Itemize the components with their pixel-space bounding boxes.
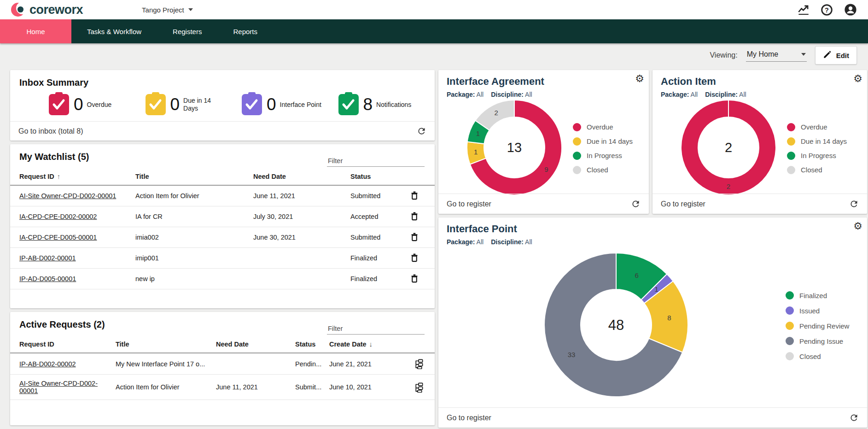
interface-point-card: Interface Point ⚙ Package: AllDiscipline… [438, 217, 867, 428]
tab-registers[interactable]: Registers [157, 19, 217, 43]
chart-legend: FinalizedIssuedPending ReviewPending Iss… [786, 291, 849, 360]
column-header-request-id[interactable]: Request ID↑ [10, 168, 135, 185]
viewing-select-value: My Home [747, 50, 778, 59]
inbox-item-label: Overdue [87, 101, 112, 109]
delete-icon[interactable] [409, 232, 419, 242]
active-requests-filter-input[interactable] [327, 323, 425, 335]
tab-tasks-workflow[interactable]: Tasks & Workflow [71, 19, 157, 43]
column-header-request-id[interactable]: Request ID [10, 335, 116, 353]
watchlist-filter-input[interactable] [327, 155, 425, 167]
edit-button[interactable]: Edit [815, 46, 857, 65]
watchlist-table: Request ID↑ Title Need Date Status AI-Si… [10, 168, 435, 289]
table-row: IA-CPD-CPE-D005-00001 imia002 June 30, 2… [10, 227, 435, 248]
go-to-register-link[interactable]: Go to register [447, 414, 491, 422]
chart-filters: Package: AllDiscipline: All [438, 235, 867, 246]
tab-reports[interactable]: Reports [217, 19, 273, 43]
chart-legend: OverdueDue in 14 daysIn ProgressClosed [787, 123, 847, 174]
active-requests-table: Request ID Title Need Date Status Create… [10, 335, 435, 400]
table-row: AI-Site Owner-CPD-D002-00001 Action Item… [10, 185, 435, 206]
request-id-link[interactable]: IA-CPD-CPE-D002-00002 [19, 213, 97, 220]
legend-item: Pending Issue [786, 337, 849, 345]
go-to-register-link[interactable]: Go to register [447, 200, 491, 208]
svg-text:6: 6 [635, 271, 638, 279]
need-date-cell: July 30, 2021 [253, 206, 350, 227]
viewing-select[interactable]: My Home [746, 49, 807, 62]
coreworx-logo-icon [11, 3, 25, 17]
status-cell: Pendin... [295, 353, 329, 375]
need-date-cell: June 30, 2021 [253, 227, 350, 248]
delete-icon[interactable] [409, 191, 419, 201]
gear-icon[interactable]: ⚙ [635, 74, 644, 84]
refresh-icon[interactable] [849, 413, 859, 423]
inbox-summary-item[interactable]: 0 Interface Point [242, 94, 338, 115]
svg-text:1: 1 [476, 129, 480, 137]
svg-text:2: 2 [495, 109, 498, 117]
go-to-inbox-link[interactable]: Go to inbox (total 8) [18, 127, 83, 135]
gear-icon[interactable]: ⚙ [853, 221, 862, 231]
help-icon[interactable]: ? [821, 4, 833, 16]
request-id-link[interactable]: AI-Site Owner-CPD-D002-00001 [19, 192, 116, 200]
svg-text:1: 1 [654, 285, 658, 293]
request-id-link[interactable]: IA-CPD-CPE-D005-00001 [19, 234, 97, 241]
title-cell: Action Item for Olivier [116, 375, 216, 400]
svg-text:48: 48 [608, 317, 624, 333]
svg-text:?: ? [825, 6, 829, 13]
delete-icon[interactable] [409, 274, 419, 284]
column-header-status[interactable]: Status [295, 335, 329, 353]
status-cell: Submitted [350, 185, 398, 206]
legend-label: Overdue [801, 123, 827, 131]
inbox-summary-item[interactable]: 8 Notifications [338, 94, 435, 115]
request-id-link[interactable]: AI-Site Owner-CPD-D002-00001 [19, 380, 98, 394]
refresh-icon[interactable] [631, 199, 641, 209]
column-header-create-date[interactable]: Create Date↓ [329, 335, 406, 353]
legend-dot [786, 337, 794, 345]
table-row: IP-AB-D002-00002 My New Interface Point … [10, 353, 435, 375]
request-id-link[interactable]: IP-AB-D002-00002 [19, 360, 76, 368]
request-id-link[interactable]: IP-AB-D002-00001 [19, 254, 76, 262]
inbox-summary-item[interactable]: 0 Overdue [49, 94, 146, 115]
go-to-register-link[interactable]: Go to register [661, 200, 705, 208]
delete-icon[interactable] [409, 212, 419, 222]
inbox-summary-item[interactable]: 0 Due in 14 Days [146, 94, 242, 115]
legend-label: Closed [799, 353, 821, 360]
legend-dot [786, 352, 794, 360]
action-item-card: Action Item ⚙ Package: AllDiscipline: Al… [652, 70, 867, 214]
inbox-item-count: 0 [267, 95, 276, 114]
project-selector[interactable]: Tango Project [142, 6, 193, 14]
column-header-title[interactable]: Title [135, 168, 253, 185]
workflow-icon[interactable] [414, 358, 424, 369]
status-cell: Accepted [350, 206, 398, 227]
legend-label: Due in 14 days [587, 137, 633, 145]
gear-icon[interactable]: ⚙ [853, 74, 862, 84]
user-account-icon[interactable] [844, 3, 857, 16]
need-date-cell: June 11, 2021 [253, 185, 350, 206]
active-requests-card: Active Requests (2) Request ID Title Nee… [10, 312, 435, 425]
column-header-need-date[interactable]: Need Date [216, 335, 295, 353]
legend-label: Due in 14 days [801, 137, 847, 145]
create-date-cell: June 10, 2021 [329, 375, 406, 400]
legend-item: In Progress [787, 152, 847, 160]
legend-dot [573, 123, 581, 131]
reports-chart-icon[interactable] [797, 4, 810, 16]
column-header-status[interactable]: Status [350, 168, 398, 185]
column-header-title[interactable]: Title [116, 335, 216, 353]
column-header-need-date[interactable]: Need Date [253, 168, 350, 185]
request-id-link[interactable]: IP-AD-D005-00001 [19, 275, 76, 282]
brand-name: coreworx [29, 3, 83, 17]
refresh-icon[interactable] [849, 199, 859, 209]
project-selector-label: Tango Project [142, 6, 184, 14]
title-cell: Action Item for Olivier [135, 185, 253, 206]
legend-item: In Progress [573, 152, 633, 160]
delete-icon[interactable] [409, 253, 419, 263]
chart-legend: OverdueDue in 14 daysIn ProgressClosed [573, 123, 633, 174]
legend-dot [787, 123, 795, 131]
legend-item: Due in 14 days [787, 137, 847, 146]
legend-label: Overdue [587, 123, 613, 131]
tab-home[interactable]: Home [0, 19, 71, 43]
legend-label: In Progress [801, 152, 836, 159]
workflow-icon[interactable] [414, 382, 424, 393]
table-row: IA-CPD-CPE-D002-00002 IA for CR July 30,… [10, 206, 435, 227]
interface-point-donut: 6183348 [543, 252, 689, 400]
refresh-icon[interactable] [417, 126, 426, 136]
inbox-summary-title: Inbox Summary [10, 70, 435, 88]
